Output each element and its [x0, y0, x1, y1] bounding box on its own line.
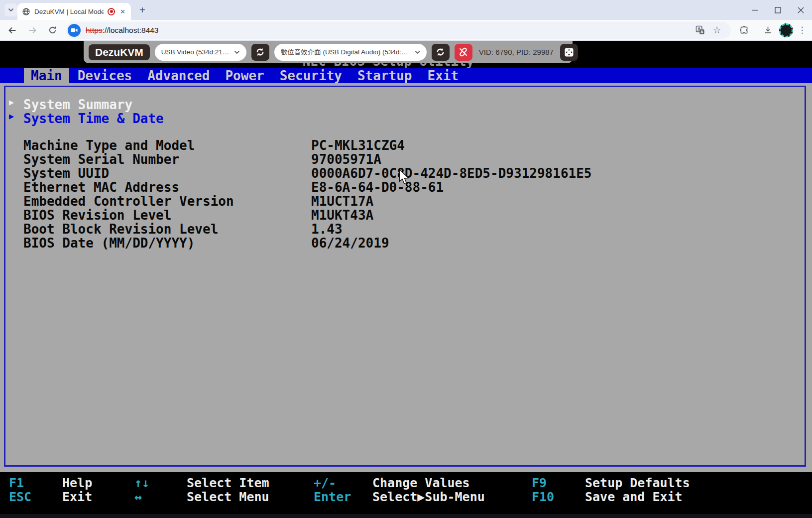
detail-row: BIOS Revision LevelM1UKT43A [23, 208, 592, 222]
camera-site-icon[interactable] [68, 24, 81, 37]
submenu-triangle-icon: ▶ [9, 111, 23, 125]
bookmark-star-icon[interactable]: ☆ [710, 24, 724, 36]
detail-row: Ethernet MAC AddressE8-6A-64-D0-88-61 [23, 180, 592, 194]
close-window-button[interactable] [789, 0, 812, 20]
bios-menu-exit[interactable]: Exit [428, 68, 459, 83]
recording-indicator-icon [108, 8, 115, 15]
extensions-button[interactable] [736, 22, 753, 39]
video-device-select[interactable]: USB Video (534d:2109) [155, 44, 246, 61]
url-scheme: https [86, 26, 103, 34]
close-icon [798, 7, 804, 13]
bios-menu-advanced[interactable]: Advanced [147, 68, 210, 83]
tab-close-icon[interactable]: ✕ [119, 8, 126, 15]
detail-row: System Serial Number97005971A [23, 152, 592, 166]
window-controls [743, 0, 812, 20]
bios-menu-security[interactable]: Security [280, 68, 342, 83]
arrow-left-right-icon: ↔ [134, 490, 187, 504]
kvm-brand-badge: DezuKVM [89, 44, 150, 60]
help-row: ESCExit ↔Select Menu EnterSelect▶Sub-Men… [0, 490, 812, 504]
bios-detail-list: Machine Type and ModelPC-MKL31CZG4 Syste… [0, 138, 592, 250]
tab-search-button[interactable] [4, 3, 17, 16]
maximize-icon [775, 7, 781, 13]
bios-menu-main[interactable]: Main [24, 68, 69, 84]
puzzle-icon [740, 25, 749, 35]
downloads-button[interactable] [759, 22, 776, 39]
kvm-viewport: NEC BIOS Setup Utility DezuKVM USB Video… [0, 41, 812, 518]
translate-button[interactable] [696, 25, 705, 35]
browser-tab[interactable]: DezuKVM | Local Mode ✕ [17, 3, 131, 20]
screen-bottom-strip [0, 514, 812, 518]
back-icon [7, 25, 17, 35]
browser-menu-button[interactable]: ⋮ [796, 25, 808, 35]
fullscreen-button[interactable] [560, 44, 578, 61]
reload-icon [48, 25, 57, 35]
bios-menu-bar: Main Devices Advanced Power Security Sta… [0, 68, 812, 83]
refresh-video-button[interactable] [251, 44, 269, 61]
bios-menu-devices[interactable]: Devices [78, 68, 132, 83]
submenu-triangle-icon: ▶ [9, 97, 23, 111]
url-text[interactable]: https://localhost:8443 [86, 26, 691, 35]
forward-button[interactable] [24, 22, 41, 39]
arrow-up-down-icon: ↑↓ [134, 476, 187, 490]
profile-avatar[interactable] [779, 23, 793, 37]
new-tab-button[interactable]: + [136, 3, 149, 16]
tab-title: DezuKVM | Local Mode [34, 8, 104, 15]
kvm-toolbar: DezuKVM USB Video (534d:2109) 數位音效介面 (US… [84, 41, 573, 63]
url-rest: ://localhost:8443 [103, 26, 159, 34]
detail-row: BIOS Date (MM/DD/YYYY)06/24/2019 [23, 236, 592, 250]
refresh-audio-button[interactable] [432, 44, 450, 61]
reload-button[interactable] [44, 22, 61, 39]
refresh-icon [255, 47, 265, 57]
forward-icon [27, 25, 37, 35]
browser-toolbar: https://localhost:8443 ☆ ⋮ [0, 20, 812, 41]
bios-link-system-summary[interactable]: ▶ System Summary [9, 97, 164, 111]
detail-row: Embedded Controller VersionM1UCT17A [23, 194, 592, 208]
bios-link-system-time-date[interactable]: ▶ System Time & Date [9, 111, 164, 125]
help-row: F1Help ↑↓Select Item +/-Change Values F9… [0, 476, 812, 490]
chevron-down-icon [8, 8, 14, 12]
translate-icon [696, 25, 705, 35]
disconnect-button[interactable] [455, 44, 472, 61]
detail-row: System UUID0000A6D7-0C8D-424D-8ED5-D9312… [23, 166, 592, 180]
bios-menu-startup[interactable]: Startup [357, 68, 412, 83]
globe-icon [22, 7, 30, 16]
broken-link-icon [459, 47, 468, 57]
expand-icon [564, 47, 574, 57]
address-bar[interactable]: https://localhost:8443 ☆ [66, 22, 731, 39]
refresh-icon [436, 47, 445, 57]
device-vid-pid: VID: 6790, PID: 29987 [477, 48, 555, 56]
chevron-down-icon [234, 50, 240, 54]
toolbar-divider [756, 25, 756, 35]
download-icon [763, 25, 773, 35]
detail-row: Boot Block Revision Level1.43 [23, 222, 592, 236]
minimize-button[interactable] [743, 0, 766, 20]
audio-device-select[interactable]: 數位音效介面 (USB Digital Audio) (534d:2109) [274, 44, 427, 61]
minimize-icon [752, 7, 758, 13]
bios-menu-power[interactable]: Power [225, 68, 264, 83]
maximize-button[interactable] [766, 0, 789, 20]
bios-help-bar: F1Help ↑↓Select Item +/-Change Values F9… [0, 472, 812, 518]
chevron-down-icon [415, 50, 420, 54]
tab-strip: DezuKVM | Local Mode ✕ + [0, 0, 812, 20]
bios-main-panel: ▶ System Summary ▶ System Time & Date Ma… [0, 83, 812, 472]
mouse-cursor-icon [398, 168, 410, 185]
detail-row: Machine Type and ModelPC-MKL31CZG4 [23, 138, 592, 152]
back-button[interactable] [4, 22, 21, 39]
